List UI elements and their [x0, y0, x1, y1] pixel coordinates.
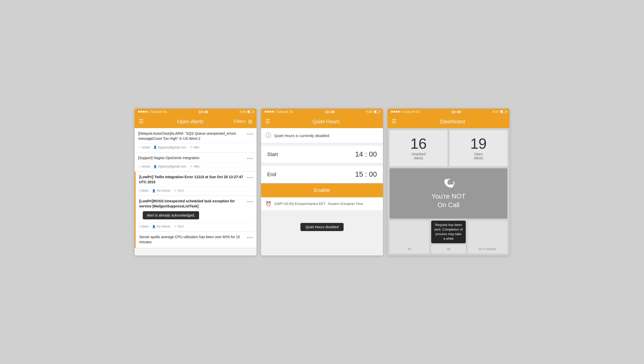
on-call-card[interactable]: You're NOTOn Call: [390, 168, 507, 219]
dash-bottom-label-3: for 5 minutes: [479, 247, 496, 251]
dot5: [147, 111, 149, 113]
status-bar-1: Turkcell 3G 10:48 %38: [135, 109, 256, 115]
screen-open-alerts: Turkcell 3G 10:48 %38 ☰ Open Alerts Filt…: [135, 109, 256, 255]
dot2-4: [271, 111, 273, 113]
timezone-clock-icon: ⏰: [266, 201, 271, 207]
battery-icon-1: [247, 110, 253, 113]
clock-icon-2: ⏱: [190, 165, 192, 168]
clock-icon-3: ⏱: [174, 189, 177, 192]
owner-text-4: No Owner: [157, 225, 170, 228]
unacked-count: 16: [410, 136, 427, 151]
dot4: [145, 111, 147, 113]
alert-item-5[interactable]: ••• Server apollo average CPU utilizatio…: [135, 232, 256, 248]
alert-dots-2[interactable]: •••: [247, 156, 253, 161]
hamburger-icon-1[interactable]: ☰: [139, 119, 144, 124]
alert-dots-4[interactable]: •••: [247, 199, 253, 205]
status-right-2: %38: [366, 110, 379, 114]
alert-time-4: ⏱ 51m: [174, 225, 184, 228]
battery-fill-2: [374, 111, 376, 113]
dot3-5: [400, 111, 402, 113]
alert-title-4: [LowPri]ROSS:Unexpected scheduled task e…: [139, 199, 253, 209]
check-icon-1: ✓: [138, 146, 140, 149]
battery-icon-3: [500, 110, 506, 113]
settings-icon[interactable]: ⊞: [248, 118, 252, 125]
person-icon-3: 👤: [152, 189, 156, 192]
dot2-1: [265, 111, 266, 113]
battery-pct-2: %38: [366, 110, 373, 114]
alert-meta-2: ✓ Acked 👤 ktgulsoy@gmail.com ⏱ 49m: [138, 162, 253, 168]
qh-end-row[interactable]: End 15 : 00: [261, 166, 383, 183]
dash-top-row: 16 UnackedAlerts 19 OpenAlerts: [390, 130, 507, 166]
qh-timezone-text: (GMT+02:00) Europe/Istanbul EET - Easter…: [274, 202, 363, 206]
person-icon-2: 👤: [153, 165, 157, 168]
dash-bottom-card-2[interactable]: All: [431, 245, 466, 253]
alert-time-1: ⏱ 48m: [190, 146, 199, 149]
clock-icon-1: ⏱: [190, 146, 192, 149]
dot3-2: [393, 111, 395, 113]
owner-text-1: ktgulsoy@gmail.com: [158, 146, 186, 149]
alert-title-3: [LowPri] Twilio Integration Error 11210 …: [139, 175, 253, 185]
alert-item-2[interactable]: ••• [Support] Nagios OpsGenie Integratio…: [135, 153, 256, 172]
status-text-1: Acked: [141, 146, 150, 149]
qh-start-row[interactable]: Start 14 : 00: [261, 146, 383, 163]
battery-pct-1: %38: [239, 110, 246, 114]
dash-bottom-card-3[interactable]: for 5 minutes: [468, 221, 507, 253]
status-left-1: Turkcell 3G: [138, 110, 167, 114]
qh-start-time: 14 : 00: [355, 150, 377, 158]
dash-bottom-toast-wrap: Request has been sent. Completion of pro…: [431, 221, 466, 253]
info-icon-3: ℹ: [139, 189, 140, 192]
alert-meta-1: ✓ Acked 👤 ktgulsoy@gmail.com ⏱ 48m: [138, 143, 253, 149]
hamburger-icon-2[interactable]: ☰: [265, 119, 270, 124]
status-left-2: Turkcell 3G: [265, 110, 293, 114]
hamburger-icon-3[interactable]: ☰: [392, 119, 397, 124]
status-right-3: %37: [492, 110, 506, 114]
alert-item-1[interactable]: ••• [Delayed-AutoClose]ALARM: "SQS Queue…: [135, 128, 256, 152]
alert-dots-1[interactable]: •••: [247, 132, 253, 137]
dot2-5: [274, 111, 276, 113]
alert-dots-3[interactable]: •••: [247, 175, 253, 180]
owner-text-2: ktgulsoy@gmail.com: [158, 165, 186, 168]
time-text-3: 51m: [178, 189, 184, 192]
alert-meta-3: ℹ Open 👤 No Owner ⏱ 51m: [139, 187, 253, 192]
qh-end-time: 15 : 00: [355, 170, 377, 178]
signal-dots-3: [391, 111, 402, 113]
network-1: 3G: [163, 110, 167, 114]
dot3-1: [391, 111, 393, 113]
alert-title-2: [Support] Nagios OpsGenie Integration: [138, 156, 253, 161]
battery-pct-3: %37: [492, 110, 499, 114]
qh-info-text: Quiet Hours is currently disabled: [274, 133, 329, 138]
dashboard-content: 16 UnackedAlerts 19 OpenAlerts: [388, 128, 509, 255]
alert-item-4[interactable]: ••• [LowPri]ROSS:Unexpected scheduled ta…: [135, 196, 256, 232]
enable-button[interactable]: Enable: [261, 183, 383, 197]
alert-owner-2: 👤 ktgulsoy@gmail.com: [153, 165, 186, 168]
qh-end-label: End: [267, 172, 276, 177]
screen-quiet-hours: Turkcell 3G 10:49 %38 ☰ Quiet Hours ⓘ Qu…: [261, 109, 383, 255]
carrier-1: Turkcell: [150, 110, 162, 114]
filters-button[interactable]: Filters: [234, 119, 246, 124]
open-alerts-card[interactable]: 19 OpenAlerts: [449, 130, 507, 166]
alert-status-1: ✓ Acked: [138, 146, 150, 149]
carrier-2: Turkcell: [277, 110, 288, 114]
qh-divider: [261, 163, 383, 166]
alert-item-3[interactable]: ••• [LowPri] Twilio Integration Error 11…: [135, 172, 256, 196]
dot3-4: [398, 111, 400, 113]
alert-time-3: ⏱ 51m: [174, 189, 184, 192]
unacked-alerts-card[interactable]: 16 UnackedAlerts: [390, 130, 447, 166]
open-count: 19: [470, 136, 487, 151]
screens-container: Turkcell 3G 10:48 %38 ☰ Open Alerts Filt…: [130, 103, 514, 260]
dash-bottom-row: All Request has been sent. Completion of…: [390, 221, 507, 253]
alerts-list: ••• [Delayed-AutoClose]ALARM: "SQS Queue…: [135, 128, 256, 255]
signal-dots-2: [265, 111, 276, 113]
info-circle-icon: ⓘ: [266, 132, 271, 139]
alert-status-3: ℹ Open: [139, 189, 149, 192]
time-1: 10:48: [198, 110, 208, 114]
alert-title-5: Server apollo average CPU utilization ha…: [139, 235, 253, 245]
nav-bar-1: ☰ Open Alerts Filters ⊞: [135, 115, 256, 128]
dash-bottom-card-1[interactable]: All: [390, 221, 429, 253]
dash-toast: Request has been sent. Completion of pro…: [431, 221, 466, 243]
alert-dots-5[interactable]: •••: [247, 235, 253, 240]
alert-owner-4: 👤 No Owner: [152, 225, 170, 228]
status-left-3: Turkcell 3G: [391, 110, 420, 114]
not-on-call-text: You're NOTOn Call: [431, 192, 465, 209]
qh-info-row: ⓘ Quiet Hours is currently disabled: [261, 128, 383, 143]
